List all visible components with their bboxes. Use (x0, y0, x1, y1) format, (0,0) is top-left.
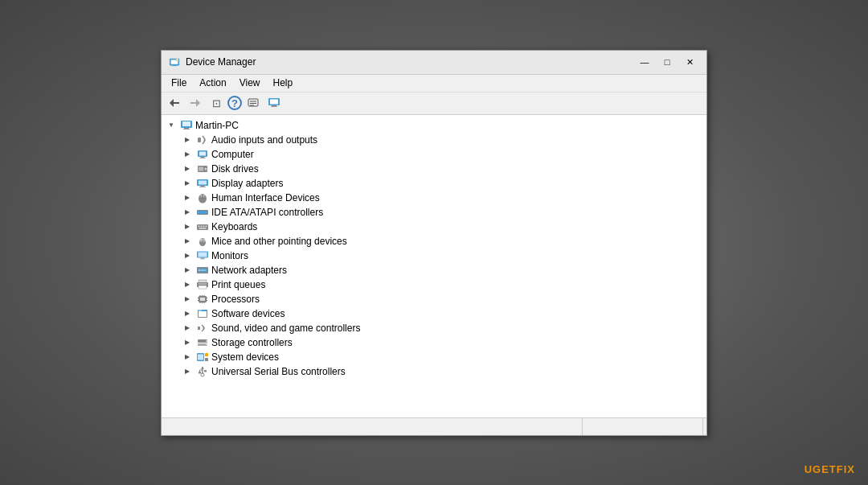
processor-icon (196, 293, 209, 306)
disk-icon (196, 162, 209, 175)
audio-expand[interactable]: ▶ (181, 134, 194, 146)
system-expand[interactable]: ▶ (181, 351, 194, 364)
keyboard-label: Keyboards (211, 221, 257, 232)
disk-expand[interactable]: ▶ (181, 162, 194, 175)
svg-rect-89 (205, 353, 208, 356)
refresh-button[interactable]: ⊡ (207, 94, 226, 112)
root-label: Martin-PC (195, 120, 239, 131)
title-controls: — □ ✕ (634, 54, 700, 70)
svg-rect-67 (200, 295, 201, 297)
device-tree[interactable]: ▼ Martin-PC ▶ Audio input (162, 115, 706, 417)
tree-item-sound[interactable]: ▶ Sound, video and game controllers (162, 321, 706, 335)
tree-item-storage[interactable]: ▶ Storage controllers (162, 335, 706, 350)
tree-item-computer[interactable]: ▶ Computer (162, 147, 706, 162)
monitors-label: Monitors (211, 250, 248, 261)
tree-root[interactable]: ▼ Martin-PC (162, 118, 706, 133)
tree-item-hid[interactable]: ▶ Human Interface Devices (162, 191, 706, 205)
monitor-button[interactable] (264, 94, 284, 112)
maximize-button[interactable]: □ (657, 54, 678, 70)
tree-item-software[interactable]: ▶ Software devices (162, 306, 706, 321)
svg-rect-74 (198, 300, 199, 301)
monitors-icon (196, 249, 209, 262)
svg-rect-64 (199, 286, 207, 289)
svg-rect-69 (204, 295, 205, 297)
audio-icon (196, 134, 209, 146)
watermark: UGETFIX (805, 463, 855, 475)
svg-rect-21 (183, 129, 190, 129)
tree-item-mice[interactable]: ▶ Mice and other pointing devices (162, 234, 706, 249)
hid-expand[interactable]: ▶ (181, 191, 194, 204)
network-icon (196, 264, 209, 277)
tree-item-usb[interactable]: ▶ Universal Serial Bus controllers (162, 364, 706, 379)
usb-expand[interactable]: ▶ (181, 365, 194, 378)
forward-button[interactable] (186, 94, 205, 112)
svg-rect-47 (206, 225, 207, 227)
computer-expand[interactable]: ▶ (181, 148, 194, 161)
svg-rect-3 (172, 65, 178, 66)
processors-expand[interactable]: ▶ (181, 293, 194, 306)
svg-point-5 (177, 60, 178, 61)
tree-item-processors[interactable]: ▶ Processors (162, 292, 706, 306)
svg-rect-16 (272, 105, 276, 106)
svg-point-80 (199, 310, 199, 310)
audio-label: Audio inputs and outputs (211, 134, 317, 146)
close-button[interactable]: ✕ (679, 54, 700, 70)
svg-rect-7 (173, 102, 179, 104)
title-bar: Device Manager — □ ✕ (162, 51, 706, 75)
svg-rect-78 (199, 311, 207, 317)
sound-label: Sound, video and game controllers (211, 323, 360, 334)
device-manager-window: Device Manager — □ ✕ File Action View He… (161, 50, 707, 436)
tree-item-audio[interactable]: ▶ Audio inputs and outputs (162, 133, 706, 147)
monitors-expand[interactable]: ▶ (181, 249, 194, 262)
minimize-button[interactable]: — (634, 54, 655, 70)
back-button[interactable] (165, 94, 184, 112)
ide-expand[interactable]: ▶ (181, 206, 194, 219)
svg-rect-73 (198, 298, 199, 298)
keyboard-expand[interactable]: ▶ (181, 220, 194, 233)
properties-button[interactable] (244, 94, 263, 112)
tree-item-disk[interactable]: ▶ Disk drives (162, 162, 706, 176)
mice-expand[interactable]: ▶ (181, 235, 194, 248)
svg-rect-17 (271, 106, 277, 107)
menu-view[interactable]: View (233, 76, 267, 90)
print-expand[interactable]: ▶ (181, 278, 194, 291)
svg-rect-63 (199, 283, 207, 284)
tree-item-ide[interactable]: ▶ IDE ATA/ATAPI controllers (162, 205, 706, 220)
software-expand[interactable]: ▶ (181, 307, 194, 320)
svg-rect-15 (270, 100, 278, 105)
ide-icon (196, 206, 209, 219)
help-button[interactable]: ? (227, 96, 242, 110)
svg-rect-19 (182, 121, 190, 126)
computer-icon (180, 119, 193, 132)
menu-action[interactable]: Action (193, 76, 232, 90)
tree-item-network[interactable]: ▶ Network adapters (162, 263, 706, 277)
status-text (165, 418, 583, 435)
menu-bar: File Action View Help (162, 75, 706, 92)
system-label: System devices (211, 351, 279, 363)
sound-icon (196, 322, 209, 335)
storage-expand[interactable]: ▶ (181, 336, 194, 349)
svg-rect-45 (201, 225, 203, 227)
display-icon (196, 177, 209, 190)
mice-icon (196, 235, 209, 248)
display-label: Display adapters (211, 178, 283, 189)
sound-expand[interactable]: ▶ (181, 322, 194, 335)
tree-item-print[interactable]: ▶ Print queues (162, 277, 706, 292)
ide-label: IDE ATA/ATAPI controllers (211, 207, 323, 218)
tree-item-system[interactable]: ▶ System devices (162, 350, 706, 364)
svg-rect-42 (204, 211, 207, 214)
display-expand[interactable]: ▶ (181, 177, 194, 190)
tree-item-keyboard[interactable]: ▶ Keyboards (162, 220, 706, 234)
svg-rect-54 (199, 252, 207, 257)
menu-file[interactable]: File (165, 76, 193, 90)
watermark-suffix: TFIX (829, 463, 855, 475)
svg-rect-90 (205, 358, 208, 361)
network-expand[interactable]: ▶ (181, 264, 194, 277)
tree-item-monitors[interactable]: ▶ Monitors (162, 249, 706, 263)
tree-item-display[interactable]: ▶ Display adapters (162, 176, 706, 191)
root-expand[interactable]: ▼ (165, 119, 178, 132)
svg-rect-28 (199, 166, 203, 171)
window-title: Device Manager (186, 56, 634, 68)
mice-label: Mice and other pointing devices (211, 236, 347, 247)
menu-help[interactable]: Help (267, 76, 300, 90)
